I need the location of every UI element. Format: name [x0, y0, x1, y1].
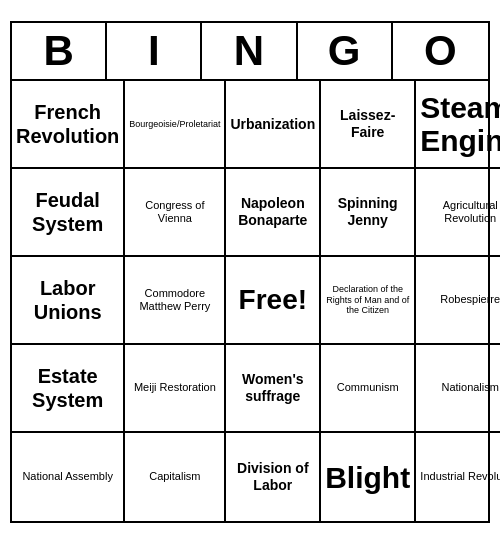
bingo-card: B I N G O French RevolutionBourgeoisie/P…: [10, 21, 490, 523]
bingo-cell-0[interactable]: French Revolution: [12, 81, 125, 169]
cell-text-4: Steam-Engine: [420, 91, 500, 157]
cell-text-11: Commodore Matthew Perry: [129, 287, 220, 313]
bingo-cell-3[interactable]: Laissez-Faire: [321, 81, 416, 169]
bingo-cell-6[interactable]: Congress of Vienna: [125, 169, 226, 257]
bingo-cell-24[interactable]: Industrial Revolution: [416, 433, 500, 521]
cell-text-22: Division of Labor: [230, 460, 315, 494]
bingo-grid: French RevolutionBourgeoisie/Proletariat…: [12, 81, 488, 521]
bingo-cell-21[interactable]: Capitalism: [125, 433, 226, 521]
bingo-cell-9[interactable]: Agricultural Revolution: [416, 169, 500, 257]
bingo-cell-16[interactable]: Meiji Restoration: [125, 345, 226, 433]
cell-text-7: Napoleon Bonaparte: [230, 195, 315, 229]
bingo-cell-13[interactable]: Declaration of the Rights of Man and of …: [321, 257, 416, 345]
bingo-cell-15[interactable]: Estate System: [12, 345, 125, 433]
bingo-cell-17[interactable]: Women's suffrage: [226, 345, 321, 433]
bingo-cell-7[interactable]: Napoleon Bonaparte: [226, 169, 321, 257]
bingo-cell-8[interactable]: Spinning Jenny: [321, 169, 416, 257]
cell-text-19: Nationalism: [441, 381, 498, 394]
cell-text-16: Meiji Restoration: [134, 381, 216, 394]
bingo-cell-12[interactable]: Free!: [226, 257, 321, 345]
cell-text-5: Feudal System: [16, 188, 119, 236]
bingo-cell-5[interactable]: Feudal System: [12, 169, 125, 257]
cell-text-17: Women's suffrage: [230, 371, 315, 405]
letter-i: I: [107, 23, 202, 79]
cell-text-10: Labor Unions: [16, 276, 119, 324]
bingo-cell-23[interactable]: Blight: [321, 433, 416, 521]
cell-text-9: Agricultural Revolution: [420, 199, 500, 225]
letter-b: B: [12, 23, 107, 79]
bingo-cell-2[interactable]: Urbanization: [226, 81, 321, 169]
cell-text-15: Estate System: [16, 364, 119, 412]
cell-text-8: Spinning Jenny: [325, 195, 410, 229]
cell-text-2: Urbanization: [230, 116, 315, 133]
bingo-cell-22[interactable]: Division of Labor: [226, 433, 321, 521]
cell-text-12: Free!: [239, 284, 307, 316]
bingo-header: B I N G O: [12, 23, 488, 81]
bingo-cell-14[interactable]: Robespierre: [416, 257, 500, 345]
cell-text-1: Bourgeoisie/Proletariat: [129, 119, 220, 130]
cell-text-0: French Revolution: [16, 100, 119, 148]
cell-text-21: Capitalism: [149, 470, 200, 483]
bingo-cell-20[interactable]: National Assembly: [12, 433, 125, 521]
bingo-cell-4[interactable]: Steam-Engine: [416, 81, 500, 169]
cell-text-13: Declaration of the Rights of Man and of …: [325, 284, 410, 316]
letter-g: G: [298, 23, 393, 79]
bingo-cell-10[interactable]: Labor Unions: [12, 257, 125, 345]
cell-text-24: Industrial Revolution: [420, 470, 500, 483]
cell-text-14: Robespierre: [440, 293, 500, 306]
cell-text-20: National Assembly: [22, 470, 113, 483]
cell-text-6: Congress of Vienna: [129, 199, 220, 225]
bingo-cell-1[interactable]: Bourgeoisie/Proletariat: [125, 81, 226, 169]
bingo-cell-19[interactable]: Nationalism: [416, 345, 500, 433]
bingo-cell-18[interactable]: Communism: [321, 345, 416, 433]
bingo-cell-11[interactable]: Commodore Matthew Perry: [125, 257, 226, 345]
cell-text-18: Communism: [337, 381, 399, 394]
cell-text-3: Laissez-Faire: [325, 107, 410, 141]
letter-n: N: [202, 23, 297, 79]
letter-o: O: [393, 23, 488, 79]
cell-text-23: Blight: [325, 461, 410, 494]
